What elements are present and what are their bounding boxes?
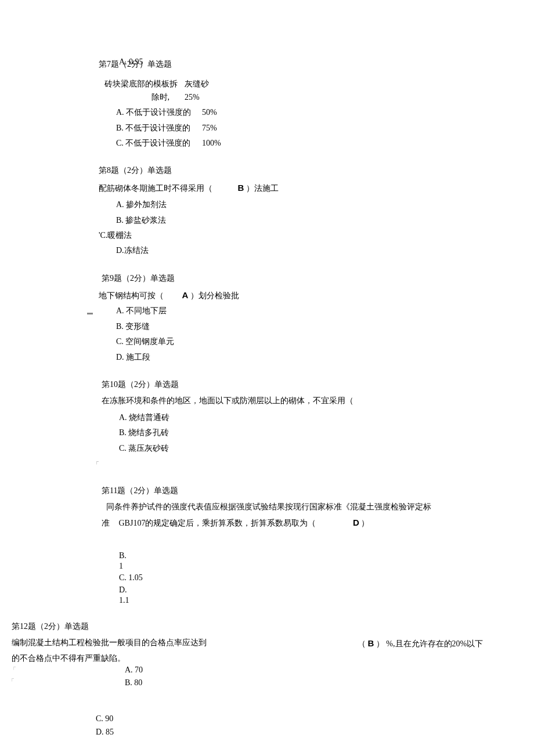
q12-title: 第12题（2分）单选题 bbox=[12, 620, 534, 633]
q7-title-row: 第7题（2分）单选题 A. 0.95 bbox=[99, 58, 534, 71]
q8-options: A. 掺外加剂法 B. 掺盐砂浆法 'C.暖棚法 D.冻结法 bbox=[116, 198, 534, 258]
q7-stem-left-2: 除时, bbox=[104, 91, 180, 104]
q7-opt-c-right: 100% bbox=[202, 137, 231, 150]
q8-answer: B bbox=[238, 183, 244, 193]
q7-stem-right-2: 25% bbox=[185, 91, 214, 104]
q7-opt-b-right: 75% bbox=[202, 122, 231, 135]
q9-opt-c: C. 空间钢度单元 bbox=[116, 335, 534, 348]
q8-stem: 配筋砌体冬期施工时不得采用（ B ）法施工 bbox=[99, 181, 534, 195]
q7-stem-right-1: 灰缝砂 bbox=[185, 78, 214, 91]
q9-answer: A bbox=[182, 290, 189, 300]
q11-opt-c: C. 1.05 bbox=[119, 571, 534, 584]
q9-stem-post: ）划分检验批 bbox=[190, 291, 239, 300]
q12-stem-right: （ B ） %,且在允许存在的20%以下 bbox=[358, 636, 483, 650]
q10-title: 第10题（2分）单选题 bbox=[102, 378, 534, 391]
q12-options-ab: A. 70 「 B. 80 bbox=[125, 664, 534, 690]
q10-marker: 「 bbox=[93, 460, 534, 470]
q11-options: B. 1 C. 1.05 D. 1.1 bbox=[119, 551, 534, 606]
q11-zhun: 准 bbox=[102, 517, 110, 530]
q8-stem-pre: 配筋砌体冬期施工时不得采用（ bbox=[99, 184, 212, 193]
q12-opt-c: C. 90 bbox=[96, 712, 534, 725]
q11-stem-2-row: 准 GBJ107的规定确定后，乘折算系数，折算系数易取为（ D ） bbox=[102, 516, 534, 530]
question-11: 第11题（2分）单选题 同条件养护试件的强度代表值应根据强度试验结果按现行国家标… bbox=[102, 484, 534, 606]
q7-stem: 砖块梁底部的模板拆 灰缝砂 除时, 25% bbox=[104, 78, 534, 104]
q10-opt-a: A. 烧结普通砖 bbox=[119, 411, 534, 424]
question-9: 第9题（2分）单选题 地下钢结构可按（ A ）划分检验批 ▬ A. 不同地下层 … bbox=[102, 272, 534, 364]
q9-stem: 地下钢结构可按（ A ）划分检验批 bbox=[99, 288, 534, 302]
q8-opt-c: 'C.暖棚法 bbox=[99, 229, 534, 242]
q9-opt-d: D. 施工段 bbox=[116, 351, 534, 364]
q9-opt-b: B. 变形缝 bbox=[116, 320, 534, 333]
q8-opt-b: B. 掺盐砂浆法 bbox=[116, 214, 534, 227]
q10-opt-b: B. 烧结多孔砖 bbox=[119, 426, 534, 439]
q12-opt-d: D. 85 bbox=[96, 726, 534, 739]
q12-marker-2: 「 bbox=[8, 677, 15, 687]
q9-marker: ▬ bbox=[87, 308, 93, 317]
q11-opt-b-1: B. bbox=[119, 551, 534, 561]
q7-opt-b-left: B. 不低于设计强度的 bbox=[116, 122, 197, 135]
q7-opt-c-left: C. 不低于设计强度的 bbox=[116, 137, 197, 150]
q12-stem-row: 编制混凝土结构工程检验批一般项目的合格点率应达到 （ B ） %,且在允许存在的… bbox=[12, 636, 534, 650]
q7-stem-left-1: 砖块梁底部的模板拆 bbox=[104, 78, 180, 91]
q11-stem-2: GBJ107的规定确定后，乘折算系数，折算系数易取为（ bbox=[119, 519, 316, 527]
q9-title: 第9题（2分）单选题 bbox=[102, 272, 534, 285]
q11-stem-1: 同条件养护试件的强度代表值应根据强度试验结果按现行国家标准《混凝土强度检验评定标 bbox=[106, 501, 534, 513]
q7-opt-a-right: 50% bbox=[202, 106, 231, 119]
q11-opt-b-2: 1 bbox=[119, 561, 534, 571]
q10-stem: 在冻胀环境和条件的地区，地面以下或防潮层以上的砌体，不宜采用（ bbox=[102, 395, 534, 407]
q8-title: 第8题（2分）单选题 bbox=[99, 164, 534, 177]
q11-answer: D bbox=[353, 518, 359, 527]
q7-options: A. 不低于设计强度的 50% B. 不低于设计强度的 75% C. 不低于设计… bbox=[116, 106, 534, 150]
q11-stem-post: ） bbox=[361, 519, 369, 527]
q11-opt-d-2: 1.1 bbox=[119, 595, 534, 606]
q12-right-pre: （ bbox=[358, 639, 366, 648]
q12-opt-b: B. 80 bbox=[125, 678, 142, 687]
q9-opt-a: A. 不同地下层 bbox=[116, 305, 534, 317]
q12-right-post: ） %,且在允许存在的20%以下 bbox=[376, 639, 483, 648]
q12-answer: B bbox=[368, 638, 374, 648]
q11-opt-d-1: D. bbox=[119, 585, 534, 595]
q10-options: A. 烧结普通砖 B. 烧结多孔砖 C. 蒸压灰砂砖 bbox=[119, 411, 534, 455]
q11-title: 第11题（2分）单选题 bbox=[102, 484, 534, 497]
q8-opt-a: A. 掺外加剂法 bbox=[116, 198, 534, 211]
q9-options: A. 不同地下层 B. 变形缝 C. 空间钢度单元 D. 施工段 bbox=[116, 305, 534, 364]
q7-overlap-text: A. 0.95 bbox=[119, 56, 143, 68]
q7-opt-a-left: A. 不低于设计强度的 bbox=[116, 106, 197, 119]
question-7: 第7题（2分）单选题 A. 0.95 砖块梁底部的模板拆 灰缝砂 除时, 25%… bbox=[99, 58, 534, 150]
question-12: 第12题（2分）单选题 编制混凝土结构工程检验批一般项目的合格点率应达到 （ B… bbox=[12, 620, 534, 739]
q12-opt-a: A. 70 bbox=[125, 664, 534, 677]
q10-opt-c: C. 蒸压灰砂砖 bbox=[119, 442, 534, 455]
q9-stem-pre: 地下钢结构可按（ bbox=[99, 291, 164, 300]
q8-opt-d: D.冻结法 bbox=[116, 244, 534, 257]
q8-stem-post: ）法施工 bbox=[246, 184, 279, 193]
q12-stem-1: 编制混凝土结构工程检验批一般项目的合格点率应达到 bbox=[12, 636, 207, 650]
q12-options-cd: C. 90 D. 85 bbox=[96, 712, 534, 739]
question-8: 第8题（2分）单选题 配筋砌体冬期施工时不得采用（ B ）法施工 A. 掺外加剂… bbox=[99, 164, 534, 257]
question-10: 第10题（2分）单选题 在冻胀环境和条件的地区，地面以下或防潮层以上的砌体，不宜… bbox=[102, 378, 534, 470]
